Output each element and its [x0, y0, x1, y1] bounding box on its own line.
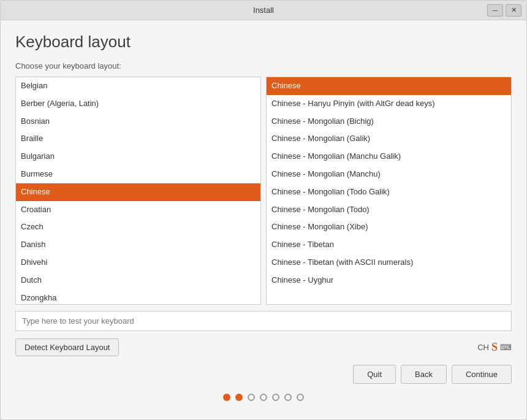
titlebar-controls: ─ ✕ — [487, 4, 521, 17]
quit-button[interactable]: Quit — [353, 365, 396, 384]
close-button[interactable]: ✕ — [506, 4, 521, 17]
variant-list-item[interactable]: Chinese - Mongolian (Bichig) — [267, 113, 511, 131]
keyboard-lists: BelgianBerber (Algeria, Latin)BosnianBra… — [15, 77, 512, 305]
main-content: Keyboard layout Choose your keyboard lay… — [1, 20, 526, 419]
language-list-item[interactable]: Czech — [16, 218, 260, 236]
language-list-item[interactable]: Dhivehi — [16, 254, 260, 272]
pagination — [15, 394, 512, 401]
ch-label[interactable]: CH — [477, 343, 489, 352]
language-list[interactable]: BelgianBerber (Algeria, Latin)BosnianBra… — [15, 77, 261, 305]
bottom-bar: Detect Keyboard Layout CH S ⌨ — [15, 338, 512, 356]
language-list-item[interactable]: Danish — [16, 236, 260, 254]
variant-list-item[interactable]: Chinese - Mongolian (Galik) — [267, 130, 511, 148]
minimize-button[interactable]: ─ — [487, 4, 503, 17]
subtitle: Choose your keyboard layout: — [15, 61, 512, 71]
pagination-dot-0[interactable] — [223, 394, 230, 401]
language-list-item[interactable]: Bosnian — [16, 113, 260, 131]
pagination-dot-1[interactable] — [235, 394, 243, 401]
variant-list-item[interactable]: Chinese - Tibetan — [267, 236, 511, 254]
language-list-item[interactable]: Braille — [16, 130, 260, 148]
variant-list-item[interactable]: Chinese — [267, 77, 511, 95]
continue-button[interactable]: Continue — [452, 365, 512, 384]
language-list-item[interactable]: Belgian — [16, 77, 260, 95]
navigation-buttons: Quit Back Continue — [15, 365, 512, 384]
pagination-dot-4[interactable] — [272, 394, 279, 401]
keyboard-icon[interactable]: ⌨ — [500, 343, 512, 352]
variant-list-item[interactable]: Chinese - Mongolian (Todo Galik) — [267, 183, 511, 201]
pagination-dot-5[interactable] — [284, 394, 292, 401]
variant-list-item[interactable]: Chinese - Mongolian (Xibe) — [267, 218, 511, 236]
language-list-item[interactable]: Bulgarian — [16, 148, 260, 166]
variant-list[interactable]: ChineseChinese - Hanyu Pinyin (with AltG… — [266, 77, 512, 305]
variant-list-item[interactable]: Chinese - Tibetan (with ASCII numerals) — [267, 254, 511, 272]
pagination-dot-3[interactable] — [260, 394, 267, 401]
page-title: Keyboard layout — [15, 32, 512, 52]
variant-list-item[interactable]: Chinese - Uyghur — [267, 272, 511, 289]
language-list-item[interactable]: Croatian — [16, 201, 260, 219]
language-list-item[interactable]: Chinese — [16, 183, 260, 201]
variant-list-item[interactable]: Chinese - Hanyu Pinyin (with AltGr dead … — [267, 95, 511, 113]
install-window: Install ─ ✕ Keyboard layout Choose your … — [0, 0, 527, 420]
variant-list-item[interactable]: Chinese - Mongolian (Todo) — [267, 201, 511, 219]
pagination-dot-6[interactable] — [297, 394, 304, 401]
input-method-icons: CH S ⌨ — [477, 341, 512, 354]
variant-list-item[interactable]: Chinese - Mongolian (Manchu Galik) — [267, 148, 511, 166]
language-list-item[interactable]: Dutch — [16, 272, 260, 289]
detect-keyboard-button[interactable]: Detect Keyboard Layout — [15, 338, 119, 356]
language-list-item[interactable]: Burmese — [16, 166, 260, 183]
sogou-icon[interactable]: S — [491, 341, 498, 354]
titlebar: Install ─ ✕ — [1, 1, 526, 20]
keyboard-test-input[interactable] — [15, 311, 512, 331]
pagination-dot-2[interactable] — [248, 394, 255, 401]
back-button[interactable]: Back — [401, 365, 447, 384]
language-list-item[interactable]: Berber (Algeria, Latin) — [16, 95, 260, 113]
window-title: Install — [253, 6, 274, 15]
variant-list-item[interactable]: Chinese - Mongolian (Manchu) — [267, 166, 511, 183]
language-list-item[interactable]: Dzongkha — [16, 289, 260, 305]
